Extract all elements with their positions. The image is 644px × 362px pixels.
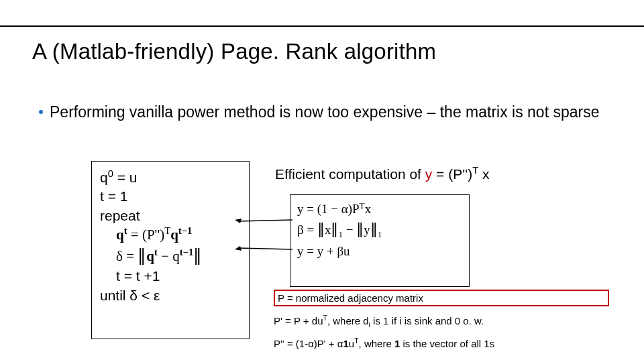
algo-line-1: q0 = u (100, 168, 241, 187)
eq-row-1: y = (1 − α)PTx (297, 199, 462, 219)
algo-line-3: repeat (100, 206, 241, 225)
note-p-double-prime: P'' = (1-α)P' + α1uT, where 1 is the vec… (274, 338, 494, 349)
equation-box: y = (1 − α)PTx β = ‖x‖1 − ‖y‖1 y = y + β… (290, 194, 470, 287)
efficient-label: Efficient computation of y = (P'')T x (275, 166, 490, 182)
note-p-prime: P' = P + duT, where di is 1 if i is sink… (274, 315, 484, 326)
svg-line-1 (239, 248, 292, 249)
algo-line-7: until δ < ε (100, 286, 241, 305)
top-rule (0, 0, 644, 27)
algo-line-5: δ = ‖qt − qt−1‖ (116, 244, 241, 267)
algo-line-6: t = t +1 (116, 267, 241, 286)
algo-line-2: t = 1 (100, 187, 241, 206)
svg-line-0 (239, 220, 292, 221)
eq-row-2: β = ‖x‖1 − ‖y‖1 (297, 219, 462, 241)
bullet-text: Performing vanilla power method is now t… (50, 103, 599, 121)
svg-marker-2 (235, 219, 241, 223)
note-p-definition: P = normalized adjacency matrix (274, 290, 609, 306)
svg-marker-3 (235, 246, 241, 251)
arrow-connector (235, 235, 292, 235)
algo-line-4: qt = (P'')Tqt−1 (116, 225, 241, 244)
bullet-item: Performing vanilla power method is now t… (39, 102, 599, 123)
bullet-icon (39, 110, 43, 114)
eq-row-3: y = y + βu (297, 241, 462, 261)
slide-title: A (Matlab-friendly) Page. Rank algorithm (32, 39, 436, 64)
algorithm-box: q0 = u t = 1 repeat qt = (P'')Tqt−1 δ = … (91, 161, 250, 339)
